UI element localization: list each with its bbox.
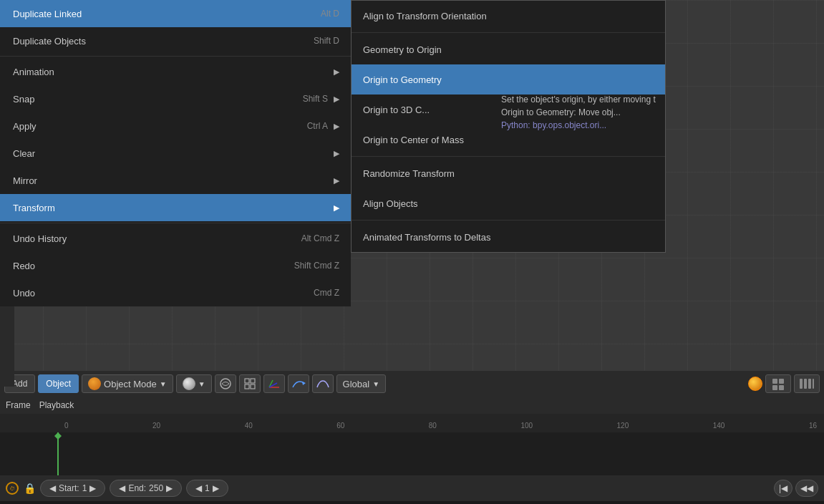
grid-view-icon-1: [771, 377, 785, 390]
svg-rect-12: [779, 385, 784, 390]
timeline-header: Frame Playback: [0, 397, 824, 414]
bezier-btn[interactable]: [312, 374, 334, 393]
menu-item-apply[interactable]: Apply Ctrl A ▶: [0, 112, 351, 140]
submenu-separator-2: [352, 156, 665, 157]
mark-140: 140: [713, 422, 725, 430]
mark-20: 20: [152, 422, 160, 430]
menu-item-duplicate-objects[interactable]: Duplicate Objects Shift D: [0, 27, 351, 54]
submenu-item-geometry-to-origin[interactable]: Geometry to Origin: [352, 34, 665, 64]
menu-item-shortcut: Alt D: [321, 9, 339, 19]
start-label: Start:: [59, 483, 79, 493]
ruler-marks: 0 20 40 60 80 100 120 140 16: [57, 422, 824, 431]
submenu-arrow-icon-mirror: ▶: [334, 176, 339, 185]
mark-120: 120: [617, 422, 629, 430]
mark-40: 40: [245, 422, 253, 430]
submenu-separator-3: [352, 220, 665, 220]
menu-item-label-text: Clear: [13, 148, 35, 159]
submenu-item-align-transform[interactable]: Align to Transform Orientation: [352, 1, 665, 31]
svg-rect-14: [804, 379, 807, 389]
submenu-arrow-icon-snap: ▶: [334, 94, 339, 104]
menu-item-label-text: Snap: [13, 94, 34, 105]
menu-item-mirror[interactable]: Mirror ▶: [0, 167, 351, 194]
menu-item-animation[interactable]: Animation ▶: [0, 58, 351, 85]
menu-item-label-text: Duplicate Objects: [13, 36, 86, 47]
timeline-area: Frame Playback 0 20 40 60 80 100 120 140…: [0, 397, 824, 504]
lock-icon: 🔒: [23, 482, 36, 495]
menu-item-undo-history[interactable]: Undo History Alt Cmd Z: [0, 225, 351, 252]
object-mode-select[interactable]: Object Mode ▼: [82, 374, 173, 393]
frame-label: Frame: [6, 400, 31, 410]
next-arrow-icon-end: ▶: [166, 483, 173, 493]
step-back-btn[interactable]: ◀◀: [795, 480, 818, 497]
dropdown-arrow-icon: ▼: [160, 380, 167, 388]
menu-item-snap[interactable]: Snap Shift S ▶: [0, 85, 351, 112]
mark-160: 16: [809, 422, 817, 430]
start-frame-btn[interactable]: ◀ Start: 1 ▶: [40, 480, 105, 497]
object-mode-label: Object Mode: [104, 379, 157, 389]
menu-item-label-text: Apply: [13, 121, 37, 132]
bottom-toolbar: Add Object Object Mode ▼ ▼: [0, 371, 824, 397]
playhead-diamond: [54, 432, 62, 440]
axis-icon: [267, 377, 281, 390]
add-label: Add: [12, 379, 27, 389]
menu-item-duplicate-linked[interactable]: Duplicate Linked Alt D: [0, 0, 351, 27]
timeline-track[interactable]: [0, 432, 824, 475]
menu-shortcut-snap: Shift S: [303, 94, 328, 104]
submenu-arrow-icon: ▶: [334, 67, 339, 77]
prev-arrow-icon: ◀: [49, 483, 56, 493]
axis-btn[interactable]: [263, 374, 285, 393]
timeline-ruler: 0 20 40 60 80 100 120 140 16: [0, 414, 824, 432]
end-frame-btn[interactable]: ◀ End: 250 ▶: [110, 480, 182, 497]
grid-view-btn-1[interactable]: [765, 374, 791, 393]
curve-icon: [291, 377, 306, 390]
mark-80: 80: [429, 422, 437, 430]
submenu-item-animated-transforms[interactable]: Animated Transforms to Deltas: [352, 222, 665, 252]
svg-rect-13: [800, 379, 803, 389]
current-frame-btn[interactable]: ◀ 1 ▶: [186, 480, 228, 497]
render-icon[interactable]: [748, 377, 762, 391]
submenu-separator-1: [352, 32, 665, 33]
end-value: 250: [149, 483, 163, 493]
object-button[interactable]: Object: [38, 374, 79, 393]
menu-item-undo[interactable]: Undo Cmd Z: [0, 279, 351, 306]
playback-label: Playback: [39, 400, 74, 410]
svg-rect-16: [813, 379, 814, 389]
svg-rect-15: [808, 379, 811, 389]
tooltip-python: Python: bpy.ops.object.ori...: [501, 119, 824, 132]
shading-dropdown-arrow: ▼: [372, 380, 379, 388]
shading-select[interactable]: Global ▼: [336, 374, 386, 393]
menu-item-label-text: Undo History: [13, 233, 67, 244]
next-arrow-icon: ▶: [89, 483, 96, 493]
svg-rect-11: [772, 385, 777, 390]
svg-rect-4: [251, 384, 255, 389]
jump-start-btn[interactable]: |◀: [774, 480, 793, 497]
grid-view-btn-2[interactable]: [794, 374, 820, 393]
overlay-icon-btn[interactable]: [215, 374, 236, 393]
menu-item-redo[interactable]: Redo Shift Cmd Z: [0, 252, 351, 279]
grid-overlay-btn[interactable]: [239, 374, 261, 393]
submenu-item-origin-to-geometry[interactable]: Origin to Geometry: [352, 64, 665, 94]
submenu-item-align-objects[interactable]: Align Objects: [352, 188, 665, 218]
menu-item-transform[interactable]: Transform ▶: [0, 194, 351, 221]
menu-item-label-text: Mirror: [13, 175, 37, 186]
sphere-select[interactable]: ▼: [176, 374, 212, 393]
svg-rect-9: [772, 379, 777, 384]
submenu-item-label: Align Objects: [363, 198, 418, 209]
menu-item-label: Duplicate Linked: [13, 9, 82, 19]
svg-rect-1: [245, 379, 249, 383]
menu-shortcut-redo: Shift Cmd Z: [294, 261, 339, 271]
menu-item-label-text: Transform: [13, 203, 55, 213]
overlay-icon: [219, 377, 232, 390]
submenu-item-randomize-transform[interactable]: Randomize Transform: [352, 158, 665, 188]
clock-icon: ⏱: [6, 482, 19, 495]
tooltip-description: Set the object's origin, by either movin…: [501, 93, 824, 106]
submenu-item-label: Animated Transforms to Deltas: [363, 232, 490, 243]
svg-marker-8: [302, 382, 306, 385]
curve-btn[interactable]: [288, 374, 309, 393]
submenu-item-label: Randomize Transform: [363, 168, 455, 179]
menu-item-clear[interactable]: Clear ▶: [0, 140, 351, 167]
object-label: Object: [46, 379, 71, 389]
submenu-arrow-icon-apply: ▶: [334, 122, 339, 131]
tooltip: Set the object's origin, by either movin…: [501, 93, 824, 132]
menu-shortcut-apply: Ctrl A: [307, 121, 328, 131]
